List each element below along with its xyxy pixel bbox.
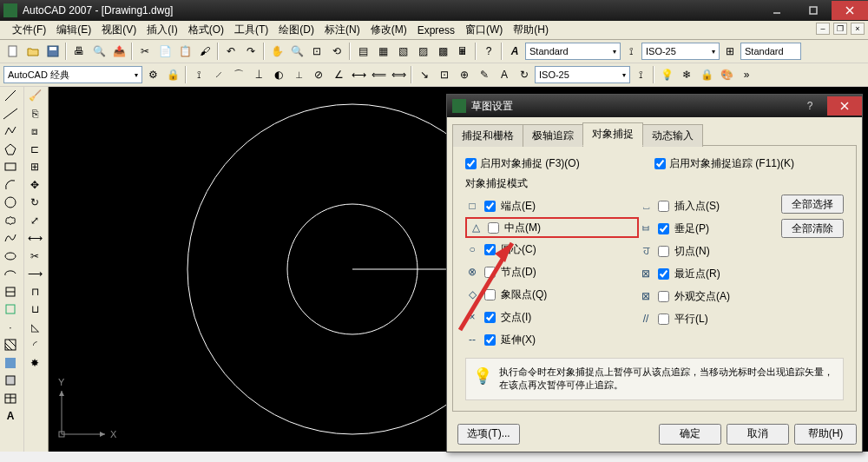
dim-tedit-icon[interactable]: A: [495, 65, 514, 84]
snap-right-checkbox-4[interactable]: [658, 291, 669, 302]
menu-express[interactable]: Express: [412, 24, 460, 36]
paste-icon[interactable]: 📋: [175, 42, 194, 61]
region-icon[interactable]: [0, 372, 21, 390]
dim-arc-icon[interactable]: ⌒: [229, 65, 248, 84]
dim-jog-icon[interactable]: ⟂: [289, 65, 308, 84]
fillet-icon[interactable]: ◜: [24, 336, 45, 354]
copy-icon[interactable]: 📄: [155, 42, 174, 61]
snap-right-checkbox-1[interactable]: [658, 223, 669, 234]
snap-right-checkbox-2[interactable]: [658, 246, 669, 257]
dim-style-btn[interactable]: ⟟: [631, 65, 650, 84]
new-icon[interactable]: [3, 42, 23, 61]
doc-minimize[interactable]: –: [816, 23, 830, 35]
polygon-icon[interactable]: [0, 141, 21, 159]
block-icon[interactable]: [0, 300, 21, 319]
table-style-dropdown[interactable]: Standard: [740, 43, 801, 60]
dim-cont-icon[interactable]: ⟺: [389, 65, 408, 84]
undo-icon[interactable]: ↶: [221, 42, 240, 61]
close-button[interactable]: [832, 1, 868, 20]
rect-icon[interactable]: [0, 158, 21, 176]
xline-icon[interactable]: [0, 105, 21, 123]
textstyle-icon[interactable]: A: [505, 42, 524, 61]
calc-icon[interactable]: 🖩: [453, 42, 472, 61]
array-icon[interactable]: ⊞: [24, 158, 45, 176]
mtext-icon[interactable]: A: [0, 407, 21, 426]
menu-format[interactable]: 格式(O): [183, 23, 229, 37]
ellipsearc-icon[interactable]: [0, 265, 21, 283]
dim-radius-icon[interactable]: ◐: [269, 65, 288, 84]
dim-upd-icon[interactable]: ↻: [515, 65, 534, 84]
tab-dyninput[interactable]: 动态输入: [642, 124, 703, 147]
ok-button[interactable]: 确定: [659, 424, 721, 445]
menu-tools[interactable]: 工具(T): [229, 23, 273, 37]
layer-color-icon[interactable]: 🎨: [717, 65, 736, 84]
menu-help[interactable]: 帮助(H): [508, 23, 554, 37]
move-icon[interactable]: ✥: [24, 176, 45, 195]
snap-left-checkbox-3[interactable]: [484, 267, 496, 278]
minimize-button[interactable]: [759, 1, 795, 20]
copy-obj-icon[interactable]: ⎘: [24, 105, 45, 123]
snap-left-checkbox-1[interactable]: [488, 222, 499, 234]
circle-icon[interactable]: [0, 194, 21, 212]
snap-left-checkbox-0[interactable]: [484, 201, 496, 212]
dim-angle-icon[interactable]: ∠: [329, 65, 348, 84]
spline-icon[interactable]: [0, 229, 21, 248]
dim-style-dropdown[interactable]: ISO-25▾: [641, 43, 720, 60]
tablestyle-icon[interactable]: ⊞: [720, 42, 740, 61]
redo-icon[interactable]: ↷: [241, 42, 260, 61]
explode-icon[interactable]: ✸: [24, 354, 45, 373]
stretch-icon[interactable]: ⟷: [24, 229, 45, 248]
dim-linear-icon[interactable]: ⟟: [189, 65, 208, 84]
join-icon[interactable]: ⊔: [24, 300, 45, 319]
match-icon[interactable]: 🖌: [195, 42, 214, 61]
chamfer-icon[interactable]: ◺: [24, 319, 45, 337]
arc-icon[interactable]: [0, 176, 21, 195]
mirror-icon[interactable]: ⧈: [24, 122, 45, 141]
rotate-icon[interactable]: ↻: [24, 194, 45, 212]
dimstyle-icon[interactable]: ⟟: [621, 42, 641, 61]
layer-freeze-icon[interactable]: ❄: [677, 65, 696, 84]
preview-icon[interactable]: 🔍: [89, 42, 108, 61]
menu-modify[interactable]: 修改(M): [365, 23, 412, 37]
props-icon[interactable]: ▤: [353, 42, 372, 61]
clear-all-button[interactable]: 全部清除: [781, 219, 844, 238]
dim-center-icon[interactable]: ⊕: [455, 65, 474, 84]
menu-window[interactable]: 窗口(W): [460, 23, 508, 37]
dim-ord-icon[interactable]: ⟘: [249, 65, 268, 84]
pline-icon[interactable]: [0, 122, 21, 141]
gradient-icon[interactable]: [0, 354, 21, 373]
menu-view[interactable]: 视图(V): [96, 23, 141, 37]
snap-left-checkbox-5[interactable]: [484, 312, 496, 323]
snap-right-checkbox-5[interactable]: [658, 314, 669, 325]
dialog-help-button[interactable]: ?: [792, 96, 827, 116]
snap-left-checkbox-6[interactable]: [484, 334, 496, 346]
ssm-icon[interactable]: ▨: [413, 42, 432, 61]
dim-qdim-icon[interactable]: ⟷: [349, 65, 368, 84]
dialog-close-button[interactable]: [827, 96, 862, 116]
print-icon[interactable]: 🖶: [69, 42, 89, 61]
dim-style2-dropdown[interactable]: ISO-25▾: [535, 66, 630, 83]
snap-right-checkbox-0[interactable]: [658, 201, 669, 212]
pan-icon[interactable]: ✋: [267, 42, 286, 61]
select-all-button[interactable]: 全部选择: [781, 195, 844, 214]
dim-dia-icon[interactable]: ⊘: [309, 65, 328, 84]
tab-polar[interactable]: 极轴追踪: [523, 124, 583, 147]
line-icon[interactable]: [0, 87, 21, 105]
open-icon[interactable]: [23, 42, 43, 61]
ellipse-icon[interactable]: [0, 248, 21, 266]
ws-lock-icon[interactable]: 🔒: [163, 65, 182, 84]
insert-icon[interactable]: [0, 283, 21, 301]
chevron-icon[interactable]: »: [737, 65, 756, 84]
trim-icon[interactable]: ✂: [24, 248, 45, 266]
break-icon[interactable]: ⊓: [24, 283, 45, 301]
text-style-dropdown[interactable]: Standard▾: [525, 43, 621, 60]
dim-edit-icon[interactable]: ✎: [475, 65, 494, 84]
snap-left-checkbox-4[interactable]: [484, 289, 496, 300]
otrack-on-checkbox[interactable]: [654, 158, 666, 169]
workspace-dropdown[interactable]: AutoCAD 经典▾: [3, 66, 142, 83]
zoom-rt-icon[interactable]: 🔍: [287, 42, 306, 61]
tab-osnap[interactable]: 对象捕捉: [582, 122, 643, 146]
zoom-win-icon[interactable]: ⊡: [307, 42, 326, 61]
dim-tol-icon[interactable]: ⊡: [435, 65, 454, 84]
dim-aligned-icon[interactable]: ⟋: [209, 65, 228, 84]
